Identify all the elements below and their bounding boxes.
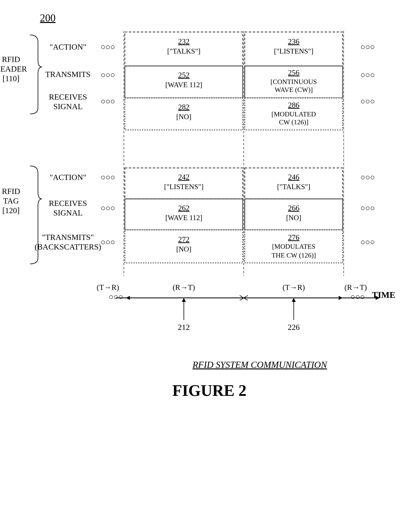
dots-t3-left: ○○○ [101,238,115,247]
arrow-226-head [292,298,296,302]
time-label-rt2: (R→T) [344,283,367,292]
box-282-text: [NO] [176,113,191,121]
box-276-text1: [MODULATES [272,243,315,250]
box-236-ref: 236 [288,37,300,46]
box-252-ref: 252 [178,71,190,79]
dots-r2-right: ○○○ [360,70,375,79]
reader-receives-line1: RECEIVES [49,92,87,101]
tag-transmits-line2: (BACKSCATTERS) [35,242,101,251]
right-arrowhead [339,296,343,300]
box-286-text1: [MODULATED [272,110,316,118]
box-262-ref: 262 [178,204,190,212]
dots-r2-left: ○○○ [101,70,115,79]
time-label-time: TIME [372,290,395,300]
box-272-text: [NO] [176,245,191,253]
box-256-text2: WAVE (CW)] [275,86,313,93]
box-282-ref: 282 [178,103,190,111]
reader-receives-line2: SIGNAL [53,102,83,111]
reader-transmits-label: TRANSMITS [45,70,91,79]
box-286-text2: CW (126)] [279,118,309,126]
tag-action-label: "ACTION" [50,173,86,182]
reader-action-label: "ACTION" [50,42,86,51]
figure-title: FIGURE 2 [172,382,246,399]
diagram-svg: RFID READER [110] RFID TAG [120] "ACTION… [0,0,419,500]
box-286-ref: 286 [288,101,300,109]
box-252-text: [WAVE 112] [165,81,202,89]
box-242-text: ["LISTENS"] [164,183,203,191]
box-246-ref: 246 [288,173,300,181]
box-256-ref: 256 [288,68,300,77]
time-label-tr2: (T→R) [283,283,305,292]
tag-transmits-line1: "TRANSMITS" [42,233,94,242]
box-256-text1: [CONTINUOUS [271,78,317,85]
box-276-text2: THE CW (126)] [272,252,316,259]
box-262-text: [WAVE 112] [165,214,202,222]
arrow-212-label: 212 [178,323,190,332]
arrow-212-head [182,298,186,302]
box-242-ref: 242 [178,173,190,181]
dots-r3-right: ○○○ [360,97,375,106]
time-label-tr1: (T→R) [97,283,119,292]
rfid-reader-line1: RFID [2,55,20,64]
dots-time-right: ○○○ [351,292,365,301]
box-236-text: ["LISTENS"] [274,47,313,55]
rfid-tag-line3: [120] [2,206,20,215]
rfid-tag-line1: RFID [2,187,20,196]
dots-t2-right: ○○○ [360,203,375,213]
caption-text: RFID SYSTEM COMMUNICATION [192,360,327,370]
arrow-226-label: 226 [288,323,300,332]
time-label-rt1: (R→T) [173,283,195,292]
dots-time-left: ○○○ [109,292,123,301]
dots-t1-right: ○○○ [360,173,375,182]
box-266-ref: 266 [288,204,300,212]
box-246-text: ["TALKS"] [277,183,310,191]
tag-receives-line1: RECEIVES [49,199,87,208]
dots-r1-right: ○○○ [360,42,375,51]
dots-t1-left: ○○○ [101,173,115,182]
rfid-reader-line2: READER [0,64,27,73]
box-266-text: [NO] [286,214,301,222]
box-272-ref: 272 [178,235,190,243]
rfid-reader-line3: [110] [2,74,19,83]
box-276-ref: 276 [288,233,300,241]
box-232-text: ["TALKS"] [167,47,200,55]
tag-receives-line2: SIGNAL [53,208,83,217]
dots-t2-left: ○○○ [101,203,115,213]
reader-brace [30,35,42,114]
page: 200 RFID READER [110] RFID TAG [120] "AC… [0,0,419,532]
dots-r3-left: ○○○ [101,97,115,106]
dots-r1-left: ○○○ [101,42,115,51]
rfid-tag-line2: TAG [3,196,19,205]
left-arrowhead [126,296,130,300]
dots-t3-right: ○○○ [360,238,375,247]
box-232-ref: 232 [178,37,190,46]
